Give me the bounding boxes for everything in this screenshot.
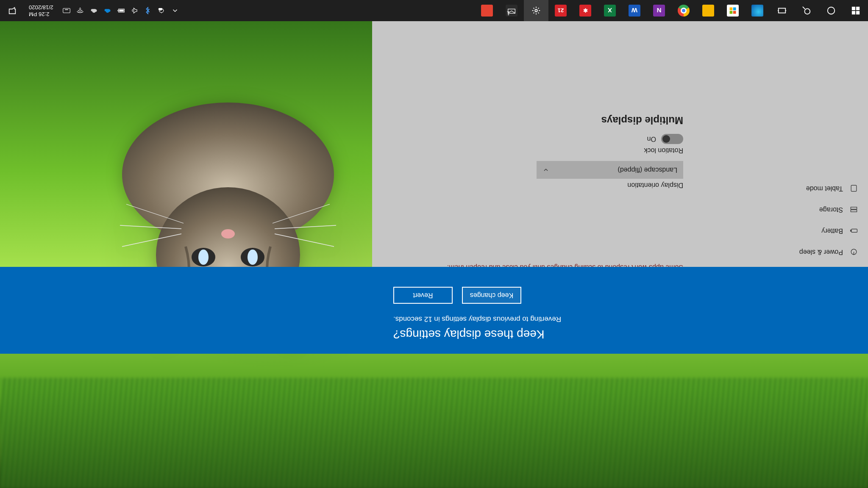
svg-point-8 [221, 229, 235, 238]
svg-rect-30 [852, 7, 855, 10]
taskbar: N W X ✱ 21 1 🌤 2:26 PM 2/18/2020 [0, 0, 868, 21]
tray-chevron-up-icon[interactable] [170, 6, 180, 15]
tray-wifi-icon[interactable] [75, 6, 85, 15]
task-view-button[interactable] [770, 0, 794, 21]
taskbar-clock[interactable]: 2:26 PM 2/18/2020 [25, 4, 58, 17]
tray-bluetooth-icon[interactable] [143, 6, 153, 15]
tray-volume-icon[interactable] [130, 6, 139, 15]
system-tray: 🌤 [58, 6, 184, 15]
svg-rect-24 [851, 207, 857, 209]
svg-rect-29 [856, 7, 860, 10]
taskbar-app-word[interactable]: W [622, 0, 647, 21]
clock-date: 2/18/2020 [29, 4, 53, 11]
taskbar-app-calendar[interactable]: 21 [548, 0, 573, 21]
svg-point-7 [198, 250, 209, 265]
taskbar-app-excel[interactable]: X [598, 0, 622, 21]
svg-rect-27 [856, 11, 860, 14]
svg-rect-28 [852, 11, 855, 14]
taskbar-app-mail[interactable] [696, 0, 721, 21]
cortana-button[interactable] [819, 0, 843, 21]
svg-rect-22 [851, 230, 851, 231]
svg-point-32 [804, 8, 810, 14]
sidebar-item-power[interactable]: Power & sleep [706, 241, 863, 263]
rotation-lock-label: Rotation lock [392, 147, 683, 154]
tray-cloud-icon[interactable] [89, 6, 98, 15]
rotation-lock-value: On [647, 135, 656, 143]
display-confirm-banner: Keep these display settings? Reverting t… [0, 267, 868, 354]
svg-rect-39 [733, 8, 736, 11]
revert-button[interactable]: Revert [393, 287, 453, 304]
svg-point-31 [828, 7, 835, 14]
orientation-value: Landscape (flipped) [618, 166, 677, 174]
toggle-knob [662, 135, 670, 143]
action-center-button[interactable] [0, 0, 25, 21]
start-button[interactable] [843, 0, 868, 21]
svg-rect-23 [851, 210, 857, 212]
taskbar-app-todoist[interactable] [475, 0, 499, 21]
svg-rect-44 [119, 10, 124, 12]
svg-line-33 [803, 7, 805, 9]
taskbar-app-onenote[interactable]: N [647, 0, 671, 21]
svg-rect-38 [730, 11, 733, 14]
clock-time: 2:26 PM [29, 11, 53, 17]
taskbar-app-pdf[interactable]: ✱ [573, 0, 598, 21]
taskbar-app-edge[interactable] [745, 0, 770, 21]
svg-rect-37 [733, 11, 736, 14]
tray-weather-icon[interactable]: 🌤 [157, 6, 166, 15]
tray-battery-icon[interactable] [116, 6, 125, 15]
sidebar-item-label: Battery [821, 227, 843, 235]
svg-point-45 [80, 8, 81, 8]
taskbar-app-chrome[interactable] [671, 0, 696, 21]
chevron-down-icon [542, 166, 549, 173]
tray-keyboard-icon[interactable] [62, 6, 71, 15]
sidebar-item-label: Power & sleep [799, 248, 843, 256]
svg-rect-40 [730, 8, 733, 11]
taskbar-app-settings[interactable] [524, 0, 548, 21]
svg-rect-25 [851, 186, 857, 191]
svg-point-41 [535, 9, 537, 12]
sidebar-item-tablet[interactable]: Tablet mode [706, 178, 863, 199]
section-multiple-displays: Multiple displays [392, 114, 683, 126]
tray-onedrive-icon[interactable] [103, 6, 112, 15]
dialog-message: Reverting to previous display settings i… [393, 315, 561, 323]
svg-rect-21 [851, 229, 857, 233]
orientation-label: Display orientation [392, 181, 683, 189]
svg-rect-46 [63, 8, 70, 13]
taskbar-app-store[interactable] [721, 0, 745, 21]
wallpaper-grass [0, 378, 868, 488]
dialog-question: Keep these display settings? [393, 327, 544, 341]
svg-rect-34 [779, 8, 786, 13]
svg-rect-43 [117, 10, 118, 11]
taskbar-app-inbox[interactable]: 1 [499, 0, 524, 21]
orientation-dropdown[interactable]: Landscape (flipped) [537, 161, 683, 179]
sidebar-item-battery[interactable]: Battery [706, 220, 863, 241]
rotation-lock-toggle[interactable] [661, 134, 683, 144]
sidebar-item-storage[interactable]: Storage [706, 199, 863, 220]
search-button[interactable] [794, 0, 819, 21]
keep-changes-button[interactable]: Keep changes [462, 287, 521, 304]
sidebar-item-label: Storage [819, 206, 843, 214]
svg-point-6 [248, 250, 258, 265]
sidebar-item-label: Tablet mode [806, 185, 843, 192]
